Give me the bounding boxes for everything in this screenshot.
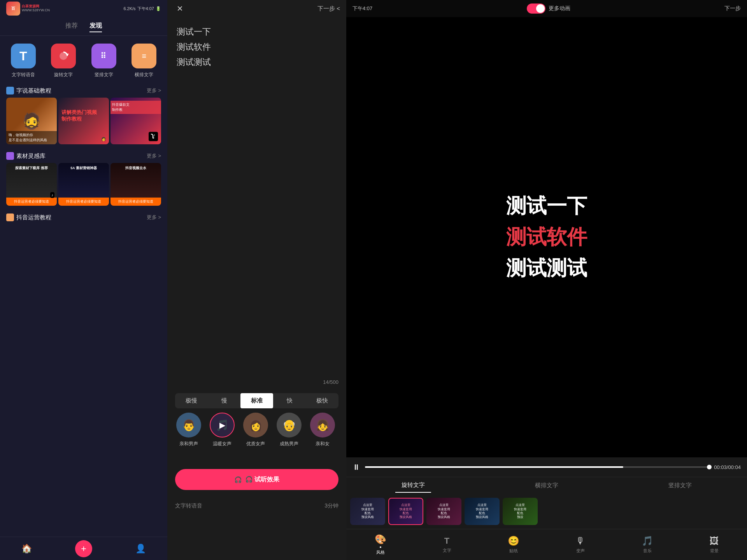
section2-title: 素材灵感库 (6, 152, 46, 160)
preview-icon: 🎧 (234, 476, 242, 483)
section1-header: 字说基础教程 更多 > (0, 82, 167, 98)
tab-rotate-text[interactable]: 旋转文字 (395, 478, 431, 493)
mat-banner-3: 抖音运营者必须要知道 (110, 198, 161, 206)
rotate-icon (51, 44, 76, 68)
section3-more[interactable]: 更多 > (147, 214, 161, 221)
status-bar-left: 百 白茶资源网 WWW.528YW.CN 6.2K/s 下午4:07 🔋 (0, 0, 167, 17)
tutorial-thumb-2[interactable]: 讲解类热门视频制作教程 👩 (58, 98, 109, 144)
preset-item-1[interactable]: 点这里快速套用配色预设风格 (350, 498, 385, 525)
app-icon-horizontal[interactable]: ≡ 横排文字 (127, 44, 161, 78)
text-style-tabs: 旋转文字 横排文字 竖排文字 (346, 477, 747, 494)
section3-header: 抖音运营教程 更多 > (0, 209, 167, 224)
tab-horizontal-text[interactable]: 横排文字 (529, 479, 565, 492)
video-preview: 测试一下 测试软件 测试测试 (346, 17, 747, 457)
app-icons-grid: T 文字转语音 旋转文字 ⠿ 竖排文字 ≡ 横排文字 (0, 36, 167, 82)
voice-male-mature[interactable]: 👴 成熟男声 (275, 413, 303, 447)
sticker-icon: 😊 (508, 536, 519, 546)
speed-very-slow[interactable]: 极慢 (175, 393, 208, 408)
left-battery: 🔋 (156, 6, 161, 11)
tool-sticker[interactable]: 😊 贴纸 (508, 536, 519, 554)
preset-item-4[interactable]: 点这里快速套用配色预设风格 (465, 498, 500, 525)
preset-text-5: 点这里快速套用配色预设 (514, 503, 526, 520)
tool-voice[interactable]: 🎙 变声 (576, 536, 585, 554)
tutorial-overlay-1: 嗨，做视频的你是不是会遇到这样的风格 (6, 131, 57, 144)
music-label: 音乐 (643, 548, 652, 554)
mat-label-2: 5A 素材营销神器 (60, 166, 107, 171)
mid-next-button[interactable]: 下一步 < (317, 5, 340, 12)
text-label: 文字 (443, 548, 451, 553)
right-next-button[interactable]: 下一步 (724, 5, 741, 12)
speed-fast[interactable]: 快 (273, 393, 306, 408)
vertical-icon: ⠿ (91, 44, 116, 68)
music-icon: 🎵 (642, 536, 653, 546)
text-icon: T (444, 536, 449, 546)
logo-badge: 百 (6, 2, 20, 16)
section1-title: 字说基础教程 (6, 87, 51, 94)
material-thumb-3[interactable]: 抖音视频去水 抖音运营者必须要知道 (110, 163, 161, 206)
sticker-label: 贴纸 (509, 548, 518, 554)
toggle-knob (536, 4, 545, 13)
tutorial-thumb-3[interactable]: 抖音爆款文制作教 (110, 98, 161, 144)
app-icon-vertical[interactable]: ⠿ 竖排文字 (87, 44, 121, 78)
section1-more[interactable]: 更多 > (147, 87, 161, 94)
tool-bg[interactable]: 🖼 背景 (710, 536, 719, 554)
section2-more[interactable]: 更多 > (147, 152, 161, 159)
nav-home[interactable]: 🏠 (21, 544, 32, 554)
nav-tab-recommend[interactable]: 推荐 (65, 22, 78, 32)
style-active-dot (380, 546, 381, 548)
speed-very-fast[interactable]: 极快 (306, 393, 338, 408)
right-time: 下午4:07 (352, 5, 372, 12)
tutorial-overlay-3: 抖音爆款文制作教 (110, 101, 161, 114)
mid-bottom-info: 文字转语音 3分钟 (167, 502, 346, 509)
home-icon: 🏠 (21, 544, 32, 554)
add-icon: + (81, 543, 86, 554)
preset-text-1: 点这里快速套用配色预设风格 (361, 503, 374, 520)
tool-style[interactable]: 🎨 风格 (375, 534, 386, 555)
close-button[interactable]: ✕ (174, 2, 186, 15)
horizontal-label: 横排文字 (135, 72, 153, 78)
video-line-1: 测试一下 (506, 192, 587, 220)
progress-track[interactable] (365, 466, 709, 468)
tab-vertical-text[interactable]: 竖排文字 (662, 479, 698, 492)
tool-text[interactable]: T 文字 (443, 536, 451, 553)
material-thumb-2[interactable]: 5A 素材营销神器 抖音运营者必须要知道 (58, 163, 109, 206)
material-thumb-1[interactable]: 探索素材下载库 推荐 抖音运营者必须要知道 ♪ (6, 163, 57, 206)
speed-slow[interactable]: 慢 (208, 393, 240, 408)
voice-name-2: 温暖女声 (213, 441, 231, 447)
horizontal-icon: ≡ (132, 44, 156, 68)
preset-item-2[interactable]: 点这里快速套用配色预设风格 (388, 498, 423, 525)
bottom-tools: 🎨 风格 T 文字 😊 贴纸 🎙 变声 🎵 音乐 🖼 背景 (346, 529, 747, 560)
nav-tab-discover[interactable]: 发现 (89, 22, 102, 32)
rotate-label: 旋转文字 (54, 72, 73, 78)
style-icon: 🎨 (375, 534, 386, 545)
preview-button[interactable]: 🎧 🎧 试听效果 (175, 469, 338, 490)
preset-item-5[interactable]: 点这里快速套用配色预设 (503, 498, 538, 525)
voice-female-quality[interactable]: 👩 优质女声 (242, 413, 269, 447)
app-icon-rotate[interactable]: 旋转文字 (47, 44, 81, 78)
nav-profile[interactable]: 👤 (135, 544, 146, 554)
voice-avatar-3: 👩 (243, 413, 268, 438)
animation-toggle[interactable] (527, 4, 545, 14)
voice-row: 👨 亲和男声 🎵 ▶ 温暖女声 👩 优质女声 👴 成熟男声 👧 亲和女 (167, 409, 346, 451)
speed-normal[interactable]: 标准 (240, 393, 273, 408)
tutorial-face-2: 👩 (101, 137, 106, 141)
voice-avatar-4: 👴 (277, 413, 302, 438)
progress-thumb (707, 465, 712, 469)
logo-url: WWW.528YW.CN (22, 9, 50, 12)
logo-area: 百 白茶资源网 WWW.528YW.CN (6, 2, 50, 16)
left-time: 下午4:07 (137, 6, 154, 12)
tutorial-thumb-1[interactable]: 🧔 嗨，做视频的你是不是会遇到这样的风格 (6, 98, 57, 144)
app-icon-tts[interactable]: T 文字转语音 (6, 44, 40, 78)
mid-bottom-left: 文字转语音 (175, 502, 202, 509)
section3-title: 抖音运营教程 (6, 214, 51, 221)
voice-avatar-1: 👨 (176, 413, 201, 438)
mid-bottom-right: 3分钟 (324, 502, 338, 509)
nav-add[interactable]: + (75, 540, 92, 557)
voice-female-kind[interactable]: 👧 亲和女 (309, 413, 336, 447)
preset-item-3[interactable]: 点这里快速套用配色预设风格 (426, 498, 461, 525)
voice-female-warm[interactable]: 🎵 ▶ 温暖女声 (209, 413, 236, 447)
tool-music[interactable]: 🎵 音乐 (642, 536, 653, 554)
voice-male-kind[interactable]: 👨 亲和男声 (175, 413, 202, 447)
text-line-1: 测试一下 (177, 25, 337, 38)
pause-button[interactable]: ⏸ (352, 463, 360, 472)
